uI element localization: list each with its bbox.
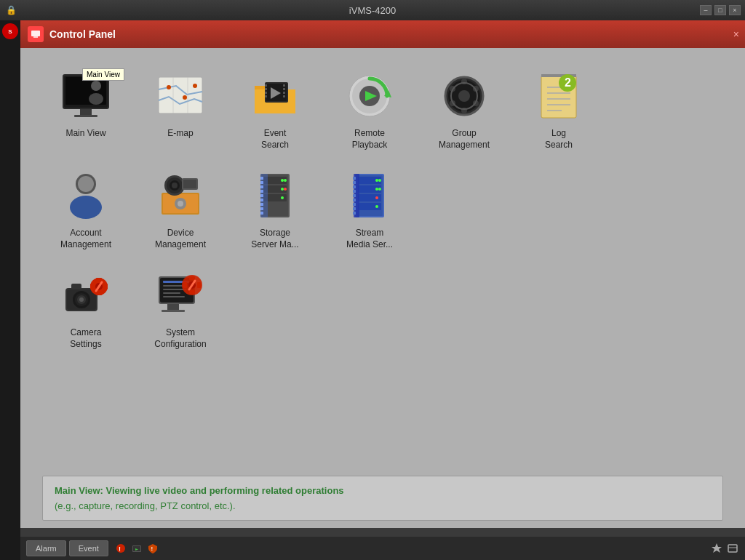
icon-stream-media[interactable]: StreamMedia Ser...: [326, 162, 413, 255]
group-management-icon-box: [435, 67, 493, 125]
storage-server-icon-box: [246, 167, 304, 225]
remote-playback-label: RemotePlayback: [352, 128, 388, 151]
event-button[interactable]: Event: [69, 540, 108, 556]
window-icon[interactable]: [726, 542, 739, 555]
svg-rect-116: [96, 278, 102, 281]
svg-text:2: 2: [565, 76, 571, 89]
stream-media-icon-box: [340, 167, 399, 225]
svg-point-65: [178, 201, 183, 207]
icon-main-view[interactable]: Main View Main View: [42, 63, 130, 144]
svg-rect-25: [283, 95, 285, 97]
svg-rect-119: [104, 284, 108, 289]
svg-rect-124: [167, 304, 179, 310]
status-icon-2[interactable]: [130, 542, 143, 555]
icon-remote-playback[interactable]: RemotePlayback: [326, 63, 413, 155]
status-bar: Alarm Event ! !: [20, 537, 745, 560]
alarm-button[interactable]: Alarm: [26, 540, 66, 556]
svg-rect-79: [260, 185, 263, 188]
icon-storage-server[interactable]: StorageServer Ma...: [231, 162, 319, 255]
account-management-icon-box: [57, 167, 115, 225]
svg-point-55: [78, 176, 94, 192]
svg-point-97: [375, 205, 378, 208]
svg-rect-130: [163, 296, 185, 297]
svg-rect-144: [728, 545, 737, 552]
svg-rect-141: [133, 546, 140, 551]
svg-point-8: [89, 93, 103, 105]
panel-close-button[interactable]: ×: [733, 28, 739, 40]
main-view-label: Main View: [65, 128, 105, 140]
svg-rect-105: [353, 203, 356, 206]
svg-point-61: [172, 183, 178, 188]
icon-account-management[interactable]: AccountManagement: [42, 162, 130, 255]
main-content: Main View Main View: [20, 48, 745, 528]
status-icon-1[interactable]: !: [114, 542, 127, 555]
svg-rect-9: [159, 77, 202, 113]
svg-rect-20: [265, 92, 267, 94]
status-icon-3[interactable]: !: [146, 542, 159, 555]
svg-point-96: [375, 196, 378, 199]
svg-point-7: [91, 81, 101, 91]
event-search-label: EventSearch: [261, 128, 289, 151]
remote-playback-icon-box: [340, 67, 399, 125]
svg-point-75: [281, 196, 284, 199]
svg-rect-1: [33, 36, 38, 38]
icon-camera-settings[interactable]: CameraSettings: [42, 262, 130, 354]
minimize-button[interactable]: –: [700, 5, 712, 15]
svg-point-94: [375, 188, 378, 191]
svg-rect-134: [183, 282, 187, 288]
svg-rect-101: [353, 185, 356, 188]
pin-icon[interactable]: [710, 542, 723, 555]
title-bar: 🔒 iVMS-4200 – □ ×: [0, 0, 745, 20]
svg-text:!: !: [151, 545, 153, 552]
svg-rect-80: [260, 190, 263, 193]
svg-text:!: !: [119, 545, 121, 553]
icon-event-search[interactable]: EventSearch: [231, 63, 319, 155]
svg-rect-106: [353, 207, 356, 210]
svg-rect-24: [283, 92, 285, 94]
system-configuration-icon-box: [151, 266, 210, 324]
info-text-1: Main View: Viewing live video and perfor…: [55, 485, 711, 496]
svg-point-34: [458, 90, 470, 102]
sidebar: S: [0, 20, 20, 560]
device-management-label: DeviceManagement: [155, 228, 206, 250]
svg-rect-114: [71, 284, 81, 289]
storage-server-label: StorageServer Ma...: [251, 228, 298, 250]
e-map-icon-box: [151, 67, 210, 125]
icon-log-search[interactable]: 2 LogSearch: [515, 63, 602, 155]
svg-rect-117: [96, 292, 102, 295]
svg-rect-18: [265, 84, 267, 87]
status-icons: ! !: [114, 542, 159, 555]
svg-point-92: [375, 179, 378, 182]
svg-rect-0: [31, 31, 40, 36]
svg-point-13: [183, 95, 187, 100]
svg-rect-99: [353, 177, 356, 180]
svg-point-74: [284, 188, 287, 191]
icon-e-map[interactable]: E-map: [137, 63, 224, 144]
info-panel: Main View: Viewing live video and perfor…: [42, 476, 723, 521]
svg-rect-133: [189, 290, 195, 294]
camera-settings-label: CameraSettings: [70, 327, 101, 350]
svg-rect-100: [353, 181, 356, 184]
svg-rect-104: [353, 199, 356, 201]
icon-system-configuration[interactable]: SystemConfiguration: [137, 262, 224, 354]
svg-rect-103: [353, 194, 356, 197]
svg-rect-118: [90, 284, 94, 289]
icons-grid: Main View Main View: [20, 48, 745, 476]
svg-rect-78: [260, 181, 263, 184]
svg-rect-6: [74, 115, 97, 117]
icon-row-1: Main View Main View: [42, 63, 723, 155]
svg-rect-129: [163, 292, 180, 294]
restore-button[interactable]: □: [714, 5, 726, 15]
system-configuration-label: SystemConfiguration: [154, 327, 206, 350]
info-text-2: (e.g., capture, recording, PTZ control, …: [55, 500, 711, 511]
icon-device-management[interactable]: DeviceManagement: [137, 162, 224, 255]
camera-settings-icon-box: [57, 266, 115, 324]
svg-point-95: [378, 188, 381, 191]
device-management-icon-box: [151, 167, 210, 225]
close-button[interactable]: ×: [729, 5, 741, 15]
icon-row-2: AccountManagement: [42, 162, 723, 255]
status-right-icons: [710, 542, 739, 555]
icon-group-management[interactable]: GroupManagement: [421, 63, 508, 155]
svg-point-54: [70, 196, 102, 219]
svg-point-73: [281, 188, 284, 191]
